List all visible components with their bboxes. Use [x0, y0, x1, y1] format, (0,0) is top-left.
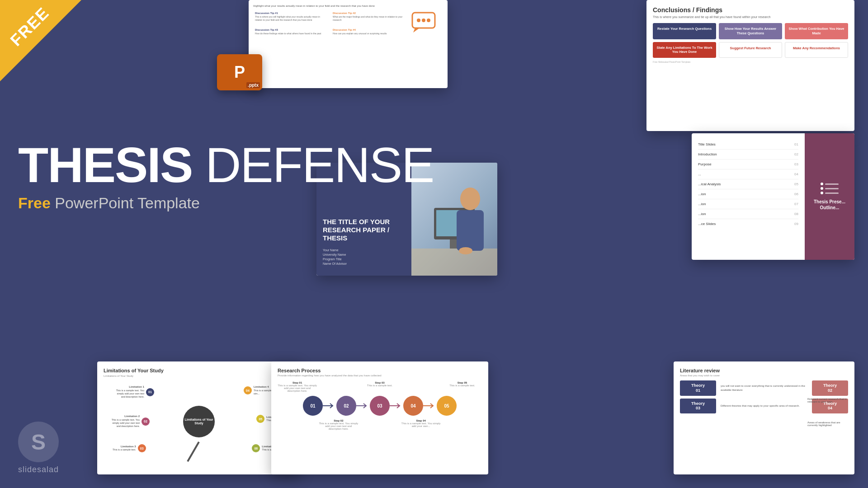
- lim-num-1: 01: [146, 388, 154, 396]
- limitations-diagram: Limitations of Your Study Limitation 1 T…: [104, 381, 294, 462]
- toc-row-9: ...ce Slides 09: [698, 219, 798, 229]
- limitations-center: Limitations of Your Study: [183, 406, 215, 437]
- conc-box-3: Show What Contribution You Have Made: [785, 23, 848, 39]
- slide-research: Research Process Provide information reg…: [271, 361, 488, 474]
- limitations-title: Limitations of Your Study: [104, 368, 294, 373]
- ppt-extension: .pptx: [246, 82, 260, 88]
- logo-letter: S: [31, 430, 46, 455]
- toc-num-5: 05: [794, 182, 798, 186]
- tip2-body: What are the major findings and what do …: [333, 15, 405, 21]
- tip-4: Discussion Tip #4 How can you explain an…: [331, 27, 407, 38]
- title-card-university: University Name: [323, 253, 405, 256]
- lim-item-2: Limitation 2 This is a sample text. You …: [108, 415, 150, 428]
- theory-03-desc: Different theories that may apply to you…: [719, 399, 809, 414]
- svg-point-2: [422, 19, 425, 22]
- toc-row-8: ...ion 08: [698, 209, 798, 219]
- theory-01-desc: you will not want to cover everything th…: [719, 380, 809, 396]
- slide-conclusions: Conclusions / Findings This is where you…: [646, 0, 854, 131]
- svg-rect-5: [411, 249, 497, 276]
- step-circle-1: 01: [303, 396, 323, 416]
- conc-box-2: Show How Your Results Answer These Quest…: [719, 23, 782, 39]
- conclusions-title: Conclusions / Findings: [653, 6, 848, 14]
- limitations-center-text: Limitations of Your Study: [183, 418, 215, 426]
- toc-label-9: ...ce Slides: [698, 222, 716, 226]
- lim-desc-1: This is a sample text. You simply add yo…: [113, 389, 144, 399]
- toc-row-1: Title Slides 01: [698, 140, 798, 150]
- toc-right: Thesis Prese...Outline...: [805, 133, 854, 260]
- toc-left: Title Slides 01 Introduction 02 Purpose …: [692, 133, 805, 260]
- title-card-advisor: Name Of Advisor: [323, 262, 405, 265]
- title-card-heading: THE TITLE OF YOUR RESEARCH PAPER / THESI…: [323, 218, 405, 242]
- subtitle: Free PowerPoint Template: [18, 194, 434, 212]
- toc-right-title: Thesis Prese...Outline...: [814, 199, 845, 211]
- svg-rect-10: [457, 210, 484, 251]
- toc-label-5: ...ical Analysis: [698, 182, 721, 186]
- theory-01: Theory01: [680, 380, 716, 396]
- lit-title: Literature review: [680, 368, 848, 373]
- tip-2: Discussion Tip #2 What are the major fin…: [331, 10, 407, 25]
- svg-point-3: [427, 19, 430, 22]
- lit-subtitle: Areas that you may wish to cover: [680, 374, 848, 377]
- conc-box-5: Suggest Future Research: [719, 42, 782, 58]
- main-title-block: THESIS DEFENSE Free PowerPoint Template: [18, 140, 434, 212]
- logo-text: slidesalad: [18, 465, 59, 474]
- lim-num-6: 06: [252, 444, 260, 452]
- lim-desc-3: This is a sample text.: [113, 448, 136, 451]
- toc-label-6: ...ion: [698, 192, 706, 196]
- logo-circle: S: [18, 422, 59, 462]
- tip4-body: How can you explain any unusual or surpr…: [333, 32, 405, 35]
- tip3-body: How do these findings relate to what oth…: [255, 32, 327, 35]
- subtitle-rest: PowerPoint Template: [51, 194, 200, 211]
- toc-row-6: ...ion 06: [698, 189, 798, 199]
- slidesalad-logo: S slidesalad: [18, 422, 59, 474]
- step-circle-4: 04: [403, 396, 423, 416]
- lim-num-2: 02: [142, 418, 150, 426]
- step-circle-5: 05: [437, 396, 457, 416]
- ppt-icon: P .pptx: [217, 54, 267, 95]
- slide-limitations: Limitations of Your Study Limitations of…: [97, 361, 301, 474]
- research-title: Research Process: [278, 368, 482, 373]
- lim-item-1: Limitation 1 This is a sample text. You …: [113, 385, 154, 399]
- toc-num-4: 04: [794, 172, 798, 176]
- toc-num-9: 09: [794, 222, 798, 226]
- toc-num-6: 06: [794, 192, 798, 196]
- conc-box-1: Restate Your Research Questions: [653, 23, 716, 39]
- toc-row-3: Purpose 03: [698, 160, 798, 169]
- limitations-subtitle: Limitations of Your Study: [104, 375, 294, 377]
- lim-num-5: 05: [256, 415, 264, 423]
- lim-label-1: Limitation 1: [113, 385, 144, 389]
- title-line1: THESIS DEFENSE: [18, 140, 434, 190]
- lim-label-3: Limitation 3: [113, 445, 136, 449]
- lim-item-3: Limitation 3 This is a sample text. 03: [113, 444, 146, 452]
- tip3-title: Discussion Tip #3: [255, 28, 327, 31]
- lim-label-2: Limitation 2: [108, 415, 140, 418]
- slide-toc: Title Slides 01 Introduction 02 Purpose …: [692, 133, 854, 260]
- toc-label-2: Introduction: [698, 152, 717, 156]
- step-circle-2: 02: [336, 396, 356, 416]
- tip2-title: Discussion Tip #2: [333, 12, 405, 14]
- toc-label-3: Purpose: [698, 162, 712, 166]
- step-circle-3: 03: [370, 396, 390, 416]
- toc-row-2: Introduction 02: [698, 150, 798, 160]
- tip1-title: Discussion Tip #1: [255, 12, 327, 14]
- lim-num-4: 04: [244, 386, 252, 394]
- tip4-title: Discussion Tip #4: [333, 28, 405, 31]
- title-defense: DEFENSE: [205, 137, 434, 192]
- theory-03: Theory03: [680, 399, 716, 414]
- toc-num-3: 03: [794, 162, 798, 166]
- research-subtitle: Provide information regarding how you ha…: [278, 374, 482, 377]
- toc-num-8: 08: [794, 212, 798, 216]
- svg-point-11: [459, 247, 472, 254]
- slide-literature: Literature review Areas that you may wis…: [674, 361, 854, 474]
- title-card-program: Program Title: [323, 258, 405, 261]
- lim-desc-2: This is a sample text. You simply add yo…: [108, 418, 140, 428]
- title-card-name: Your Name: [323, 249, 405, 252]
- conclusions-footer: Free Slidesalad PowerPoint Template: [653, 61, 848, 63]
- conc-box-6: Make Any Recommendations: [785, 42, 848, 58]
- svg-point-1: [417, 19, 420, 22]
- lim-num-3: 03: [138, 444, 146, 452]
- conc-box-4: State Any Limitations To The Work You Ha…: [653, 42, 716, 58]
- ppt-p-letter: P: [234, 63, 245, 82]
- toc-label-8: ...ion: [698, 212, 706, 216]
- tip-3: Discussion Tip #3 How do these findings …: [253, 27, 329, 38]
